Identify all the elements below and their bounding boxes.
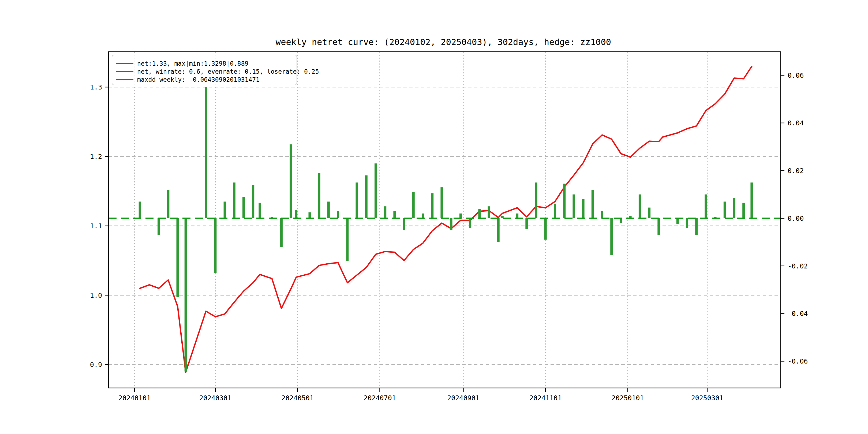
weekly-return-bar [243, 197, 245, 218]
weekly-return-bar [460, 214, 462, 218]
weekly-return-bar [295, 210, 298, 218]
weekly-return-bar [374, 163, 377, 218]
weekly-return-bar [157, 218, 160, 235]
weekly-return-bar [695, 218, 698, 235]
x-axis-tick-label: 20240501 [282, 394, 314, 402]
left-axis-tick-label: 1.3 [90, 83, 102, 91]
weekly-return-bar [469, 218, 471, 228]
weekly-return-bar [214, 218, 216, 273]
right-axis-tick-label: 0.00 [787, 215, 804, 222]
left-axis-tick-label: 0.9 [90, 361, 102, 369]
weekly-return-bar [289, 145, 292, 218]
weekly-return-bar [252, 185, 254, 218]
weekly-return-bar [440, 187, 443, 218]
weekly-return-bar [572, 194, 575, 218]
right-axis-tick-label: -0.04 [787, 310, 808, 317]
weekly-return-bar [185, 218, 187, 372]
weekly-return-bar [422, 214, 424, 218]
weekly-return-bar [412, 192, 415, 218]
right-axis-tick-label: 0.02 [787, 167, 804, 175]
weekly-return-bar [591, 190, 594, 218]
weekly-return-bar [365, 176, 368, 218]
weekly-return-bar [403, 218, 405, 230]
legend-entry-maxdd: maxdd_weekly: -0.0643090201031471 [137, 76, 259, 83]
weekly-return-bar [318, 173, 320, 218]
weekly-return-bar [535, 182, 537, 218]
weekly-return-bar [648, 208, 650, 218]
weekly-return-bar [733, 198, 735, 218]
weekly-return-bar [705, 194, 707, 218]
weekly-return-bar [328, 202, 330, 218]
weekly-return-bar [516, 214, 518, 218]
x-axis-tick-label: 20240901 [447, 394, 479, 402]
weekly-return-bar [384, 206, 386, 218]
weekly-return-bar [431, 193, 433, 218]
legend-entry-winrate: net, winrate: 0.6, evenrate: 0.15, loser… [137, 68, 319, 75]
weekly-return-bar [177, 218, 179, 297]
weekly-return-bar [582, 199, 585, 218]
weekly-netret-chart: weekly netret curve: (20240102, 20250403… [0, 0, 868, 434]
x-axis-tick-label: 20241101 [529, 394, 561, 402]
weekly-return-bar [497, 218, 500, 242]
weekly-return-bar [280, 218, 283, 247]
weekly-return-bar [686, 218, 688, 228]
weekly-return-bar [167, 190, 169, 218]
weekly-return-bar [657, 218, 660, 235]
right-axis-tick-label: 0.04 [787, 119, 804, 127]
x-axis-tick-label: 20250101 [612, 394, 644, 402]
weekly-return-bar [620, 218, 622, 223]
weekly-return-bar [723, 202, 726, 218]
legend-entry-net: net:1.33, max|min:1.3298|0.889 [137, 60, 248, 67]
weekly-return-bar [601, 211, 603, 218]
weekly-return-bar [233, 182, 236, 218]
weekly-return-bar [337, 211, 339, 218]
weekly-return-bar [224, 202, 226, 218]
weekly-return-bar [393, 211, 396, 218]
weekly-return-bar [563, 184, 565, 218]
chart-title: weekly netret curve: (20240102, 20250403… [276, 37, 611, 47]
right-axis-tick-label: -0.06 [787, 358, 808, 365]
right-axis-tick-label: 0.06 [787, 71, 804, 79]
weekly-return-bar [610, 218, 613, 255]
weekly-return-bar [750, 182, 753, 218]
left-axis-tick-label: 1.1 [90, 222, 102, 230]
legend: net:1.33, max|min:1.3298|0.889 net, winr… [112, 55, 319, 85]
weekly-return-bar [139, 202, 141, 218]
weekly-return-bar [545, 218, 547, 240]
weekly-return-bar [309, 212, 311, 218]
weekly-return-bar [554, 204, 556, 218]
x-axis-tick-label: 20240301 [199, 394, 231, 402]
weekly-return-bar [742, 203, 745, 218]
weekly-return-bar [525, 218, 528, 229]
right-axis-tick-label: -0.02 [787, 262, 808, 270]
chart-canvas: weekly netret curve: (20240102, 20250403… [0, 0, 868, 434]
x-axis-tick-label: 20240701 [364, 394, 396, 402]
weekly-return-bar [258, 203, 261, 218]
x-axis-tick-label: 20240101 [118, 394, 151, 402]
left-axis-tick-label: 1.2 [90, 153, 102, 160]
weekly-return-bar [205, 87, 207, 218]
weekly-return-bar [346, 218, 348, 261]
weekly-return-bar [677, 218, 679, 224]
weekly-return-bar [450, 218, 453, 230]
x-axis-tick-label: 20250301 [691, 394, 723, 402]
weekly-return-bar [488, 206, 490, 218]
weekly-return-bar [478, 209, 480, 218]
left-axis-tick-label: 1.0 [90, 291, 102, 299]
weekly-return-bar [356, 182, 358, 218]
weekly-return-bar [639, 194, 641, 218]
